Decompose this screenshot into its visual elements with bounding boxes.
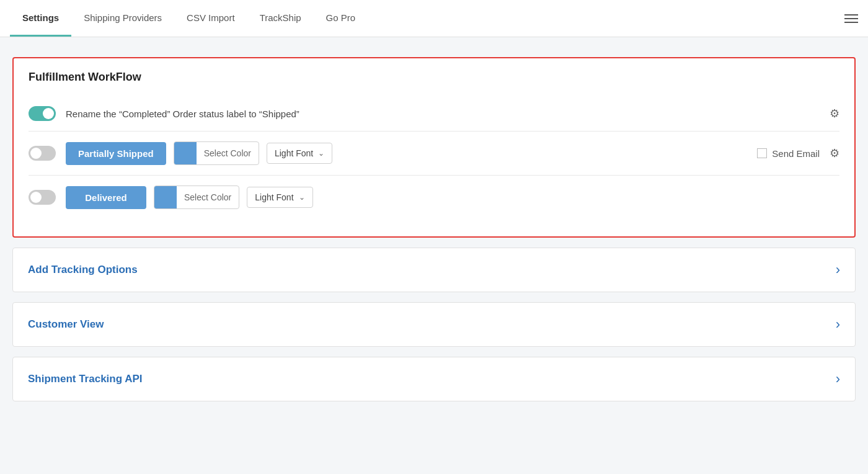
partially-shipped-gear-icon[interactable]: ⚙ [830, 146, 839, 160]
fulfillment-workflow-card: Fulfillment WorkFlow Rename the “Complet… [12, 57, 856, 238]
shipment-api-chevron-icon: › [836, 371, 840, 387]
delivered-font-dropdown[interactable]: Light Font ⌄ [247, 187, 312, 208]
delivered-font-chevron-icon: ⌄ [299, 193, 305, 202]
partially-shipped-row: Partially Shipped Select Color Light Fon… [29, 132, 839, 176]
add-tracking-section[interactable]: Add Tracking Options › [12, 248, 856, 292]
customer-view-title: Customer View [28, 318, 104, 331]
send-email-label: Send Email [772, 148, 820, 159]
partially-shipped-color-swatch [174, 142, 197, 164]
delivered-color-swatch [154, 186, 177, 208]
delivered-color-select[interactable]: Select Color [154, 186, 239, 209]
delivered-row: Delivered Select Color Light Font ⌄ [29, 176, 839, 219]
partially-shipped-font-label: Light Font [275, 148, 313, 158]
customer-view-section[interactable]: Customer View › [12, 302, 856, 347]
nav-tab-csv-import[interactable]: CSV Import [174, 0, 247, 37]
nav-tab-trackship[interactable]: TrackShip [247, 0, 314, 37]
rename-completed-toggle[interactable] [29, 106, 56, 121]
main-content: Save & Close Fulfillment WorkFlow Rename… [0, 37, 868, 424]
rename-completed-label: Rename the “Completed” Order status labe… [66, 109, 830, 119]
nav-tabs: Settings Shipping Providers CSV Import T… [10, 0, 368, 37]
add-tracking-title: Add Tracking Options [28, 264, 138, 276]
send-email-container: Send Email [757, 148, 820, 159]
delivered-color-label: Select Color [177, 192, 239, 202]
partially-shipped-toggle[interactable] [29, 146, 56, 161]
hamburger-menu-icon[interactable] [844, 14, 858, 23]
top-navigation: Settings Shipping Providers CSV Import T… [0, 0, 868, 37]
card-title: Fulfillment WorkFlow [29, 71, 839, 84]
delivered-button[interactable]: Delivered [66, 186, 146, 209]
add-tracking-chevron-icon: › [836, 262, 840, 278]
partially-shipped-color-select[interactable]: Select Color [174, 141, 259, 165]
nav-tab-settings[interactable]: Settings [10, 0, 71, 37]
partially-shipped-button[interactable]: Partially Shipped [66, 142, 166, 165]
rename-completed-gear-icon[interactable]: ⚙ [830, 107, 839, 120]
nav-tab-shipping-providers[interactable]: Shipping Providers [71, 0, 174, 37]
shipment-api-section[interactable]: Shipment Tracking API › [12, 357, 856, 401]
partially-shipped-font-dropdown[interactable]: Light Font ⌄ [267, 143, 332, 164]
delivered-toggle[interactable] [29, 190, 56, 205]
partially-shipped-color-label: Select Color [197, 148, 259, 158]
send-email-checkbox[interactable] [757, 148, 767, 158]
delivered-font-label: Light Font [255, 192, 293, 202]
nav-tab-go-pro[interactable]: Go Pro [314, 0, 368, 37]
rename-completed-row: Rename the “Completed” Order status labe… [29, 96, 839, 132]
shipment-api-title: Shipment Tracking API [28, 373, 143, 385]
partially-shipped-font-chevron-icon: ⌄ [318, 149, 324, 158]
customer-view-chevron-icon: › [836, 316, 840, 333]
